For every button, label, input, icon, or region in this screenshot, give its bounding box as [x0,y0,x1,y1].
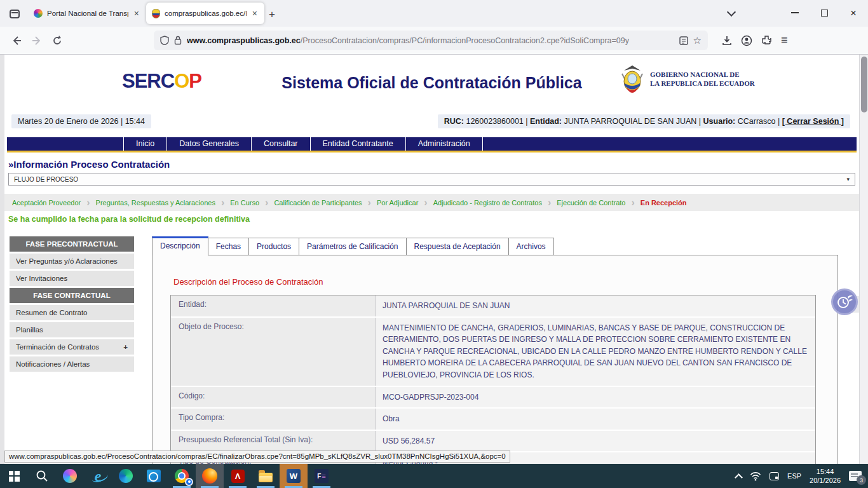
compraspublicas-favicon-icon [152,9,160,18]
bookmark-star-icon[interactable]: ☆ [693,35,702,46]
forward-button[interactable] [27,31,47,50]
copilot-button[interactable] [56,464,84,488]
time-extension-badge[interactable] [831,288,858,315]
table-row: Tipo Compra:Obra [171,409,815,431]
tab-fechas[interactable]: Fechas [208,238,249,255]
menu-item-administracion[interactable]: Administración [406,137,483,151]
browser-tab-portal[interactable]: Portal Nacional de Transparenci × [28,3,146,24]
sidebar-item-ver-preguntas[interactable]: Ver Preguntas y/ó Aclaraciones [10,254,134,269]
maximize-button[interactable] [810,0,839,25]
flow-select-label: FLUJO DE PROCESO [14,176,78,183]
process-detail-table: Entidad:JUNTA PARROQUIAL DE SAN JUAN Obj… [170,295,816,464]
minimize-icon [791,12,799,13]
downloads-icon[interactable] [722,36,732,46]
sidebar-item-notificaciones[interactable]: Notificaciones / Alertas [10,356,134,372]
tab-respuesta[interactable]: Respuesta de Aceptación [407,238,509,255]
sidebar-item-ver-invitaciones[interactable]: Ver Invitaciones [10,271,134,286]
close-button[interactable]: × [839,0,868,25]
row-label: Tipo Compra: [171,409,376,430]
content-tabs: Descripción Fechas Productos Parámetros … [152,236,838,255]
taskbar-time: 15:44 [810,467,841,476]
logout-link[interactable]: [ Cerrar Sesión ] [782,117,844,126]
windows-logo-icon [9,471,20,482]
internet-explorer-button[interactable]: e [84,464,112,488]
acrobat-button[interactable]: Λ [224,464,252,488]
clock-wings-icon [835,292,854,311]
outlook-icon [147,470,161,482]
table-row: Código:MCO-GADPRSJP-2023-004 [171,387,815,409]
tab-close-icon[interactable]: × [251,8,259,18]
chrome-profile-badge [185,478,193,486]
language-indicator[interactable]: ESP [787,472,801,480]
feo-app-button[interactable]: F≡ [308,464,336,488]
step-separator-icon: › [631,197,634,208]
url-bar[interactable]: www.compraspublicas.gob.ec/ProcesoContra… [154,30,708,50]
system-tray: ESP 15:44 20/1/2026 3 [736,464,868,488]
new-tab-button[interactable]: + [269,8,275,21]
process-steps: Aceptación Proveedor › Preguntas, Respue… [4,194,859,211]
government-logo: GOBIERNO NACIONAL DE LA REPUBLICA DEL EC… [620,65,755,94]
minimize-button[interactable] [780,0,810,25]
close-icon: × [850,8,857,18]
taskbar-clock[interactable]: 15:44 20/1/2026 [810,467,841,485]
tray-device-icon[interactable] [770,472,779,480]
extensions-icon[interactable] [761,35,772,46]
feo-app-icon: F≡ [315,469,329,483]
word-icon: W [287,469,301,483]
notification-badge: 3 [857,475,866,485]
tray-expand-icon[interactable] [735,473,743,482]
step-separator-icon: › [424,197,427,208]
taskbar-date: 20/1/2026 [810,476,841,485]
firefox-button[interactable] [196,464,224,488]
menu-item-entidad-contratante[interactable]: Entidad Contratante [311,137,406,151]
content-area: Descripción Fechas Productos Parámetros … [152,236,838,464]
entity-label: Entidad: [530,117,562,126]
search-button[interactable] [28,464,56,488]
menu-item-datos-generales[interactable]: Datos Generales [167,137,252,151]
reader-view-icon[interactable] [679,36,688,45]
menu-icon[interactable]: ≡ [781,34,788,47]
outlook-button[interactable] [140,464,168,488]
firefox-icon [202,468,217,484]
window-controls: × [780,0,868,25]
word-button[interactable]: W [280,464,308,488]
tab-archivos[interactable]: Archivos [509,238,554,255]
wifi-icon[interactable] [750,471,761,481]
tab-parametros[interactable]: Parámetros de Calificación [299,238,406,255]
reload-button[interactable] [47,31,67,50]
firefox-view-icon [10,10,20,18]
user-label: Usuario: [703,117,736,126]
expand-plus-icon[interactable]: + [123,343,128,351]
acrobat-icon: Λ [231,470,245,483]
sidebar-item-planillas[interactable]: Planillas [10,322,134,337]
chrome-button[interactable] [168,464,196,488]
menu-item-consultar[interactable]: Consultar [252,137,311,151]
firefox-view-button[interactable] [5,4,24,24]
toolbar-right-icons: ≡ [722,34,788,47]
step-en-curso: En Curso [230,199,259,207]
sidebar-item-terminacion-contratos[interactable]: Terminación de Contratos+ [10,339,134,355]
back-button[interactable] [6,31,27,50]
select-arrow-icon: ▾ [846,176,850,182]
table-row: Objeto de Proceso:MANTENIMIENTO DE CANCH… [171,318,815,387]
reload-icon [52,36,62,46]
page-title: »Información Proceso Contratación [8,159,859,170]
sidebar-item-resumen-contrato[interactable]: Resumen de Contrato [10,305,134,320]
edge-button[interactable] [112,464,140,488]
scrollbar-thumb[interactable] [861,57,867,112]
tab-productos[interactable]: Productos [249,238,299,255]
list-all-tabs-icon[interactable] [728,9,735,15]
tab-descripcion[interactable]: Descripción [152,236,208,255]
menu-item-inicio[interactable]: Inicio [123,137,167,151]
flow-process-select[interactable]: FLUJO DE PROCESO ▾ [8,173,855,186]
page-scrollbar[interactable] [859,55,868,464]
account-icon[interactable] [741,35,752,46]
start-button[interactable] [0,464,28,488]
tab-close-icon[interactable]: × [133,8,140,18]
notification-center-icon[interactable]: 3 [849,471,862,481]
browser-tab-compraspublicas[interactable]: compraspublicas.gob.ec/Proces × [146,3,264,24]
file-explorer-button[interactable] [252,464,280,488]
ruc-label: RUC: [444,117,464,126]
step-separator-icon: › [86,197,90,208]
back-icon [11,36,22,46]
